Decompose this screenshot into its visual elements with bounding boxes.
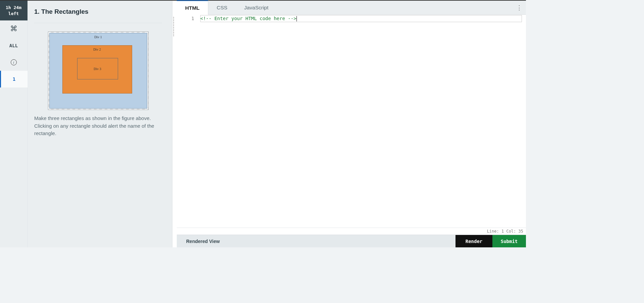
editor-panel: HTML CSS JavaScript ⋮ 1 <!-- Enter your … <box>177 1 526 247</box>
figure-div1-label: Div 1 <box>94 35 102 39</box>
code-line-row: 1 <!-- Enter your HTML code here --> <box>177 15 526 22</box>
info-button[interactable]: i <box>0 54 28 71</box>
command-icon: ⌘ <box>10 24 17 33</box>
problem-panel: 1. The Rectangles Div 1 Div 2 Div 3 Make… <box>28 1 172 247</box>
text-cursor <box>297 16 297 21</box>
code-line-content: <!-- Enter your HTML code here --> <box>200 15 526 22</box>
tab-html[interactable]: HTML <box>177 0 208 15</box>
info-icon: i <box>11 59 17 65</box>
code-text: <!-- Enter your HTML code here --> <box>200 16 297 21</box>
main-layout: 1h 24m left ⌘ ALL i 1 1. The Rectangles … <box>0 1 526 247</box>
sidebar-nav: 1h 24m left ⌘ ALL i 1 <box>0 1 28 247</box>
rendered-view-text: Rendered View <box>186 239 220 244</box>
pane-splitter[interactable]: • •• •• •• •• •• • <box>172 1 177 247</box>
tab-css-label: CSS <box>217 5 227 11</box>
submit-button-label: Submit <box>501 239 518 244</box>
timer-line2: left <box>8 11 19 17</box>
tab-html-label: HTML <box>185 5 200 11</box>
render-button-label: Render <box>466 239 483 244</box>
render-button[interactable]: Render <box>455 235 492 247</box>
editor-status-bar: Line: 1 Col: 35 <box>177 228 526 235</box>
editor-menu-button[interactable]: ⋮ <box>513 1 526 14</box>
cursor-position: Line: 1 Col: 35 <box>487 229 523 234</box>
question-tab-1[interactable]: 1 <box>0 71 28 87</box>
figure-div3: Div 3 <box>77 58 118 79</box>
footer-bar: Rendered View Render Submit <box>177 235 526 247</box>
editor-tabs: HTML CSS JavaScript ⋮ <box>177 1 526 15</box>
figure-div3-label: Div 3 <box>94 67 101 71</box>
all-label: ALL <box>9 43 18 48</box>
timer-display: 1h 24m left <box>0 1 28 20</box>
problem-title: 1. The Rectangles <box>34 8 162 23</box>
code-editor[interactable]: 1 <!-- Enter your HTML code here --> <box>177 15 526 228</box>
keyboard-shortcuts-button[interactable]: ⌘ <box>0 20 28 37</box>
all-questions-button[interactable]: ALL <box>0 37 28 54</box>
figure-div2-label: Div 2 <box>93 48 101 51</box>
line-number: 1 <box>177 15 200 22</box>
tab-js-label: JavaScript <box>244 5 268 11</box>
problem-figure: Div 1 Div 2 Div 3 <box>48 32 149 110</box>
submit-button[interactable]: Submit <box>492 235 526 247</box>
timer-line1: 1h 24m <box>6 5 21 11</box>
tab-css[interactable]: CSS <box>208 1 236 14</box>
problem-description: Make three rectangles as shown in the fi… <box>34 115 162 137</box>
drag-handle-icon: • •• •• •• •• •• • <box>173 17 176 27</box>
kebab-icon: ⋮ <box>516 4 522 11</box>
tab-javascript[interactable]: JavaScript <box>236 1 277 14</box>
tabs-spacer <box>277 1 513 14</box>
rendered-view-label[interactable]: Rendered View <box>177 235 455 247</box>
question-number: 1 <box>13 76 15 82</box>
